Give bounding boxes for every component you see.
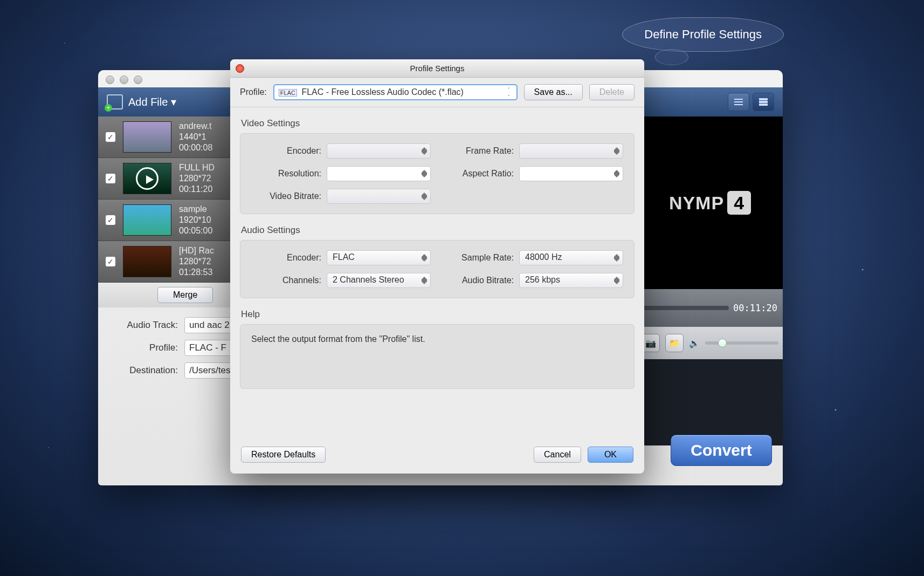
- view-grid-button[interactable]: [753, 93, 774, 111]
- preview-time: 00:11:20: [733, 303, 777, 313]
- preview-controls: 00:11:20: [637, 289, 783, 327]
- flac-badge-icon: FLAC: [279, 89, 297, 97]
- audio-samplerate-label: Sample Rate:: [444, 253, 514, 263]
- ok-button[interactable]: OK: [588, 447, 633, 463]
- chevron-down-icon[interactable]: ▾: [171, 95, 176, 108]
- audio-encoder-dropdown[interactable]: FLAC: [327, 250, 431, 265]
- audio-samplerate-dropdown[interactable]: 48000 Hz: [519, 250, 623, 265]
- file-meta: andrew.t 1440*1 00:00:08: [179, 121, 212, 153]
- help-heading: Help: [230, 298, 644, 324]
- preview-screen: NYMP4: [637, 116, 783, 289]
- checkbox-icon[interactable]: ✓: [106, 174, 115, 183]
- add-file-icon: [107, 94, 123, 109]
- camera-icon: 📷: [645, 338, 656, 348]
- audio-encoder-label: Encoder:: [251, 253, 321, 263]
- file-meta: FULL HD 1280*72 00:11:20: [179, 162, 215, 195]
- video-aspect-dropdown[interactable]: [519, 166, 623, 181]
- volume-icon: 🔈: [689, 338, 700, 348]
- thumbnail: [123, 204, 171, 236]
- profile-label: Profile:: [240, 87, 267, 97]
- traffic-min-icon[interactable]: [120, 76, 128, 84]
- merge-button[interactable]: Merge: [157, 287, 213, 303]
- audio-settings-box: Encoder:FLAC Sample Rate:48000 Hz Channe…: [240, 240, 635, 298]
- destination-label: Destination:: [109, 365, 178, 376]
- snapshot-button[interactable]: 📷: [642, 334, 660, 352]
- delete-button: Delete: [589, 84, 635, 100]
- profile-label: Profile:: [109, 342, 178, 353]
- add-file-button[interactable]: Add File: [128, 96, 168, 108]
- seek-slider[interactable]: [643, 306, 729, 310]
- dialog-top-row: Profile: FLAC FLAC - Free Lossless Audio…: [230, 78, 644, 107]
- dialog-footer: Restore Defaults Cancel OK: [230, 436, 644, 474]
- video-settings-heading: Video Settings: [230, 107, 644, 133]
- profile-dropdown[interactable]: FLAC FLAC - Free Lossless Audio Codec (*…: [273, 84, 518, 100]
- volume-thumb-icon[interactable]: [718, 339, 727, 347]
- callout-define-profile: Define Profile Settings: [622, 17, 784, 52]
- preview-pane: NYMP4 00:11:20 📷 📁 🔈: [637, 116, 783, 445]
- close-icon[interactable]: [236, 64, 244, 73]
- save-as-button[interactable]: Save as...: [524, 84, 583, 100]
- thumbnail: [123, 121, 171, 153]
- file-meta: [HD] Rac 1280*72 01:28:53: [179, 245, 214, 278]
- audio-channels-label: Channels:: [251, 276, 321, 285]
- audio-channels-dropdown[interactable]: 2 Channels Stereo: [327, 273, 431, 288]
- thumbnail: [123, 246, 171, 277]
- audio-bitrate-dropdown[interactable]: 256 kbps: [519, 273, 623, 288]
- cancel-button[interactable]: Cancel: [534, 447, 581, 463]
- video-framerate-label: Frame Rate:: [444, 146, 514, 156]
- video-encoder-label: Encoder:: [251, 146, 321, 156]
- checkbox-icon[interactable]: ✓: [106, 132, 115, 142]
- view-list-button[interactable]: [728, 93, 749, 111]
- preview-controls-lower: 📷 📁 🔈: [637, 327, 783, 359]
- traffic-zoom-icon[interactable]: [134, 76, 142, 84]
- dialog-title: Profile Settings: [410, 64, 465, 73]
- thumbnail: [123, 163, 171, 194]
- video-framerate-dropdown[interactable]: [519, 143, 623, 159]
- checkbox-icon[interactable]: ✓: [106, 215, 115, 225]
- help-text: Select the output format from the "Profi…: [240, 324, 635, 389]
- traffic-close-icon[interactable]: [106, 76, 114, 84]
- video-bitrate-label: Video Bitrate:: [251, 191, 321, 201]
- volume-slider[interactable]: [705, 341, 778, 345]
- audiotrack-label: Audio Track:: [109, 320, 178, 331]
- video-bitrate-dropdown[interactable]: [327, 189, 431, 204]
- convert-button[interactable]: Convert: [671, 435, 772, 466]
- folder-icon: 📁: [669, 338, 680, 348]
- video-resolution-dropdown[interactable]: [327, 166, 431, 181]
- video-aspect-label: Aspect Ratio:: [444, 169, 514, 179]
- open-folder-button[interactable]: 📁: [665, 334, 684, 352]
- video-resolution-label: Resolution:: [251, 169, 321, 179]
- file-meta: sample 1920*10 00:05:00: [179, 204, 212, 236]
- video-settings-box: Encoder: Frame Rate: Resolution: Aspect …: [240, 133, 635, 214]
- dialog-title-bar: Profile Settings: [230, 59, 644, 78]
- video-encoder-dropdown[interactable]: [327, 143, 431, 159]
- profile-settings-dialog: Profile Settings Profile: FLAC FLAC - Fr…: [230, 59, 644, 474]
- restore-defaults-button[interactable]: Restore Defaults: [241, 447, 326, 463]
- audio-bitrate-label: Audio Bitrate:: [444, 276, 514, 285]
- audio-settings-heading: Audio Settings: [230, 214, 644, 240]
- checkbox-icon[interactable]: ✓: [106, 257, 115, 266]
